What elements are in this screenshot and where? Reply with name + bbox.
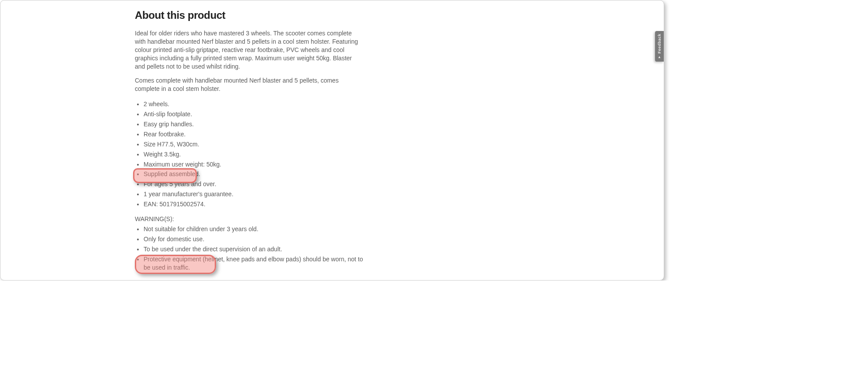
list-item: For ages 5 years and over. xyxy=(144,179,371,189)
list-item: EAN: 5017915002574. xyxy=(144,199,371,209)
list-item: Easy grip handles. xyxy=(144,119,371,129)
list-item: Size H77.5, W30cm. xyxy=(144,139,371,149)
feedback-tab[interactable]: Feedback ▲ xyxy=(655,31,664,62)
triangle-up-icon: ▲ xyxy=(658,55,661,59)
list-item: Maximum user weight: 50kg. xyxy=(144,159,371,170)
list-item: Supplied assembled. xyxy=(144,169,371,179)
list-item: Weight 3.5kg. xyxy=(144,149,371,159)
page-card: About this product Ideal for older rider… xyxy=(0,0,664,281)
list-item: Rear footbrake. xyxy=(144,129,371,139)
spec-list: 2 wheels. Anti-slip footplate. Easy grip… xyxy=(135,99,371,209)
about-heading: About this product xyxy=(135,9,536,21)
warnings-label: WARNING(S): xyxy=(135,215,536,222)
list-item: Anti-slip footplate. xyxy=(144,109,371,119)
about-paragraph-2: Comes complete with handlebar mounted Ne… xyxy=(135,76,362,93)
list-item: Not suitable for children under 3 years … xyxy=(144,224,371,234)
about-paragraph-1: Ideal for older riders who have mastered… xyxy=(135,29,362,70)
list-item: To be used under the direct supervision … xyxy=(144,244,371,254)
list-item: Only for domestic use. xyxy=(144,234,371,244)
product-content: About this product Ideal for older rider… xyxy=(135,0,536,281)
list-item: 1 year manufacturer's guarantee. xyxy=(144,189,371,199)
list-item: Protective equipment (helmet, knee pads … xyxy=(144,254,371,273)
feedback-label: Feedback xyxy=(657,34,662,54)
warnings-list: Not suitable for children under 3 years … xyxy=(135,224,371,272)
list-item: 2 wheels. xyxy=(144,99,371,109)
